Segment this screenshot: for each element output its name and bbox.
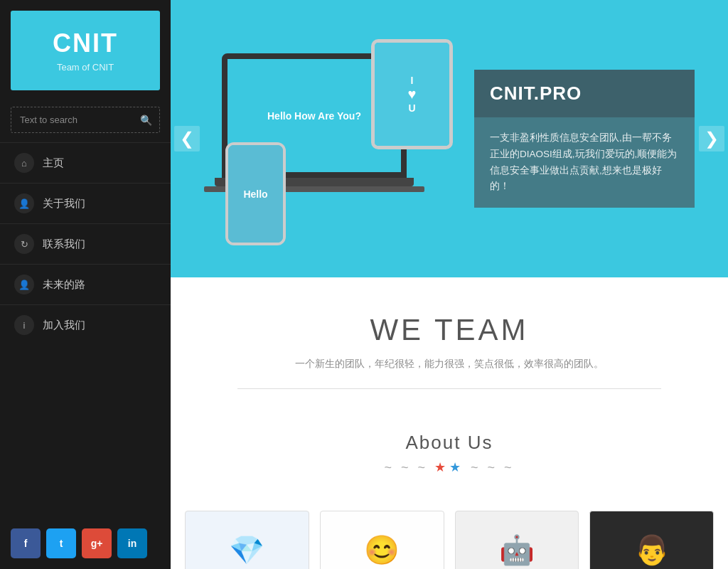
we-team-subtitle: 一个新生的团队，年纪很轻，能力很强，笑点很低，效率很高的团队。: [185, 358, 714, 371]
googleplus-button[interactable]: g+: [82, 528, 112, 558]
hero-section: ❮ Hello How Are You? I: [171, 0, 728, 277]
team-cards: 💎 😊 🤖 👨: [171, 504, 728, 569]
diamond-icon: 💎: [229, 533, 264, 567]
tablet-text-i: I: [411, 75, 414, 86]
twitter-button[interactable]: t: [46, 528, 76, 558]
devices-area: Hello How Are You? I ♥ U: [204, 32, 460, 245]
device-phone: Hello: [225, 142, 286, 245]
hero-arrow-right[interactable]: ❯: [699, 126, 724, 151]
about-us-title: About Us: [185, 432, 714, 454]
team-card-face: 😊: [320, 511, 444, 569]
info-icon: i: [14, 315, 34, 335]
search-area[interactable]: 🔍: [11, 107, 160, 133]
sidebar-label-contact: 联系我们: [43, 238, 85, 251]
search-input[interactable]: [11, 107, 133, 132]
face-icon: 😊: [364, 533, 400, 567]
sidebar: CNIT Team of CNIT 🔍 ⌂ 主页 👤 关于我们 ↻ 联系我们 👤…: [0, 0, 171, 569]
search-icon: 🔍: [140, 115, 152, 126]
linkedin-icon: in: [128, 538, 136, 549]
hero-info-desc: 一支非盈利性质信息安全团队,由一帮不务正业的DIAOSI组成,玩我们爱玩的,顺便…: [474, 117, 695, 208]
team-card-robot: 🤖: [455, 511, 579, 569]
tablet-screen-content: I ♥ U: [375, 43, 449, 146]
info-box: CNIT.PRO 一支非盈利性质信息安全团队,由一帮不务正业的DIAOSI组成,…: [474, 70, 695, 208]
refresh-icon: ↻: [14, 234, 34, 254]
laptop-text: Hello How Are You?: [267, 110, 361, 122]
star-blue: ★: [449, 460, 464, 474]
sidebar-item-future[interactable]: 👤 未来的路: [0, 264, 171, 304]
phone-text: Hello: [243, 188, 267, 200]
team-card-person: 👨: [589, 511, 714, 569]
about-us-section: About Us ~ ~ ~ ★★ ~ ~ ~: [171, 425, 728, 504]
team-card-diamond: 💎: [185, 511, 309, 569]
we-team-section: WE TEAM 一个新生的团队，年纪很轻，能力很强，笑点很低，效率很高的团队。: [171, 277, 728, 425]
logo-subtitle: Team of CNIT: [21, 62, 149, 73]
sidebar-label-join: 加入我们: [43, 319, 85, 332]
logo-area: CNIT Team of CNIT: [11, 11, 160, 90]
sidebar-item-join[interactable]: i 加入我们: [0, 304, 171, 345]
facebook-button[interactable]: f: [11, 528, 41, 558]
sidebar-item-contact[interactable]: ↻ 联系我们: [0, 223, 171, 264]
hero-inner: Hello How Are You? I ♥ U: [171, 0, 728, 277]
home-icon: ⌂: [14, 153, 34, 173]
search-button[interactable]: 🔍: [133, 109, 159, 132]
section-divider: [237, 388, 660, 389]
sidebar-label-home: 主页: [43, 156, 64, 170]
chevron-right-icon: ❯: [705, 129, 719, 149]
sidebar-item-about[interactable]: 👤 关于我们: [0, 183, 171, 223]
person-photo-icon: 👨: [634, 533, 670, 567]
hero-arrow-left[interactable]: ❮: [174, 126, 200, 151]
robot-icon: 🤖: [499, 533, 535, 567]
main-content: ❮ Hello How Are You? I: [171, 0, 728, 569]
social-icons: f t g+ in: [0, 518, 171, 569]
chevron-left-icon: ❮: [180, 129, 194, 149]
device-tablet: I ♥ U: [371, 39, 453, 149]
phone-screen-content: Hello: [228, 145, 283, 243]
googleplus-icon: g+: [91, 538, 103, 549]
star-red: ★: [434, 460, 449, 474]
we-team-title: WE TEAM: [185, 313, 714, 347]
sidebar-label-about: 关于我们: [43, 197, 85, 211]
sidebar-label-future: 未来的路: [43, 278, 85, 292]
person-icon: 👤: [14, 193, 34, 213]
sidebar-item-home[interactable]: ⌂ 主页: [0, 142, 171, 183]
tablet-heart: ♥: [408, 86, 417, 102]
twitter-icon: t: [60, 538, 63, 549]
facebook-icon: f: [24, 538, 28, 549]
about-us-decoration: ~ ~ ~ ★★ ~ ~ ~: [185, 459, 714, 475]
tablet-text-u: U: [408, 102, 415, 114]
road-icon: 👤: [14, 275, 34, 294]
nav-menu: ⌂ 主页 👤 关于我们 ↻ 联系我们 👤 未来的路 i 加入我们: [0, 142, 171, 345]
logo-title: CNIT: [21, 28, 149, 58]
hero-info-title: CNIT.PRO: [474, 70, 695, 117]
linkedin-button[interactable]: in: [117, 528, 147, 558]
